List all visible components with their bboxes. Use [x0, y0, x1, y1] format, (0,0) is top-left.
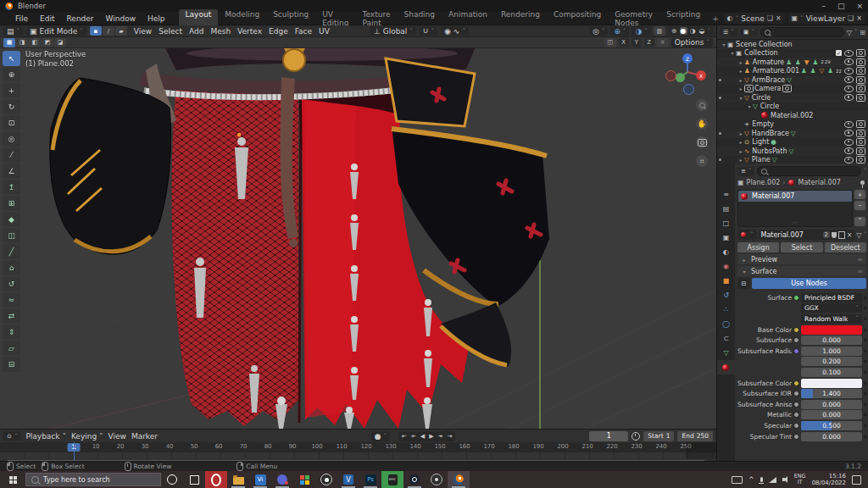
properties-tab-particles[interactable]: ∴	[717, 302, 735, 317]
expander-icon[interactable]: ▾	[721, 42, 727, 47]
tool-bevel[interactable]: ◆	[3, 212, 20, 227]
outliner-row-empty[interactable]: +Empty	[717, 120, 868, 130]
viewport-canvas[interactable]: User Perspective (1) Plane.002 ↖⊕+↻⊡◎⁄∠↥…	[0, 48, 716, 429]
copy-icon[interactable]	[838, 231, 845, 239]
properties-tab-tool[interactable]: ≡	[717, 187, 735, 202]
next-keyframe-button[interactable]: ↠	[437, 433, 445, 440]
language-indicator[interactable]: ENGIT	[794, 474, 806, 485]
add-slot-button[interactable]: ＋	[854, 190, 865, 199]
expander-icon[interactable]: ▸	[737, 148, 744, 154]
tool-inset-faces[interactable]: ⊞	[3, 196, 20, 211]
property-field[interactable]: GGX˅	[801, 303, 862, 313]
start-frame-field[interactable]: Start 1	[643, 431, 674, 441]
shading-rendered-button[interactable]: ◒	[698, 27, 706, 35]
decorator-dot[interactable]	[864, 329, 866, 331]
slot-specials-dropdown[interactable]: ˅	[854, 217, 865, 226]
taskbar-app-vegas[interactable]: Vi	[249, 471, 271, 488]
gizmos-dropdown[interactable]: ⊕˅	[610, 26, 629, 36]
taskbar-app-epic[interactable]: EPIC	[381, 471, 403, 488]
viewport-menu-uv[interactable]: UV	[315, 27, 333, 36]
properties-tab-world[interactable]: ◉	[717, 259, 735, 274]
vertex-select-button[interactable]: ▪	[90, 26, 102, 36]
unlink-scene-icon[interactable]: ×	[776, 14, 782, 22]
property-field[interactable]: 0.500	[801, 421, 862, 430]
filter-icon[interactable]: ▽	[847, 29, 852, 36]
menu-edit[interactable]: Edit	[35, 14, 59, 24]
editor-type-selector[interactable]: ▤˅	[3, 26, 23, 36]
hidden-icons-chevron[interactable]: ^	[748, 476, 754, 484]
navigation-gizmo[interactable]: Z X	[665, 52, 709, 96]
jump-to-end-button[interactable]: ⇥	[445, 433, 453, 440]
eye-icon[interactable]	[844, 58, 854, 65]
menu-file[interactable]: File	[10, 14, 33, 24]
properties-tab-physics[interactable]: ◯	[717, 317, 735, 331]
camera-render-icon[interactable]	[856, 76, 865, 84]
surface-panel-header[interactable]: ▾Surface≡	[737, 266, 866, 276]
expander-icon[interactable]: ▸	[737, 139, 744, 145]
outliner-row-handbrace[interactable]: ▸▽HandBrace▽	[717, 129, 868, 138]
material-slot-active[interactable]: Material.007	[738, 191, 852, 202]
transform-orientation-selector[interactable]: ⊥Global˅	[370, 26, 416, 36]
viewport-menu-view[interactable]: View	[131, 27, 155, 36]
properties-tab-output[interactable]: □	[717, 216, 735, 230]
eye-icon[interactable]	[844, 68, 854, 75]
tool-shear[interactable]: ▱	[3, 341, 20, 356]
decorator-dot[interactable]	[864, 297, 866, 299]
taskbar-app-obs[interactable]	[315, 471, 337, 488]
decorator-dot[interactable]	[864, 403, 866, 406]
taskbar-app-photoshop[interactable]: Ps	[359, 471, 381, 488]
taskbar-app-steam[interactable]	[403, 471, 426, 488]
viewport-menu-add[interactable]: Add	[186, 27, 207, 36]
tool-rotate[interactable]: ↻	[3, 99, 20, 114]
decorator-dot[interactable]	[864, 307, 866, 309]
shading-solid-button[interactable]: ●	[680, 27, 687, 35]
expander-icon[interactable]: ▸	[737, 157, 744, 163]
tool-scale[interactable]: ⊡	[3, 115, 20, 130]
remove-viewlayer-icon[interactable]: ×	[856, 14, 862, 22]
eye-icon[interactable]	[844, 130, 854, 136]
properties-tab-data[interactable]: ▽	[717, 346, 735, 360]
outliner-editor-selector[interactable]: ☰˅	[720, 28, 737, 36]
browse-material-dropdown[interactable]: ˅	[737, 230, 757, 240]
tool-edge-slide[interactable]: ⇄	[3, 308, 20, 324]
timeline-ruler[interactable]: 1 10203040506070809010011012013014015016…	[0, 442, 716, 452]
tool-poly-build[interactable]: ⌂	[3, 260, 20, 275]
viewport-menu-edge[interactable]: Edge	[265, 27, 292, 36]
shading-dropdown[interactable]: ˅	[708, 28, 711, 35]
property-field[interactable]: 0.100	[801, 368, 862, 377]
visibility-dropdown[interactable]: ◎˅	[589, 26, 608, 36]
zoom-icon[interactable]	[696, 99, 708, 111]
material-name-field[interactable]: Material.007 2 ×	[759, 230, 855, 240]
taskbar-app-explorer[interactable]	[227, 471, 249, 488]
eye-icon[interactable]	[844, 94, 854, 101]
viewport-menu-vertex[interactable]: Vertex	[234, 27, 265, 36]
property-field[interactable]: 1.400	[801, 389, 862, 398]
properties-tab-render[interactable]: ▤	[717, 202, 735, 216]
camera-render-icon[interactable]	[856, 49, 865, 57]
camera-render-icon[interactable]	[856, 138, 865, 146]
taskbar-app-blender[interactable]	[448, 471, 470, 488]
outliner-display-mode[interactable]: ▣˅	[740, 28, 758, 36]
taskbar-app-cortana[interactable]	[161, 471, 183, 488]
jump-to-start-button[interactable]: ⇤	[400, 433, 409, 440]
material-slot-list[interactable]: Material.007 ⋯	[737, 190, 853, 227]
new-collection-icon[interactable]: ⊞	[860, 29, 865, 36]
breadcrumb-object[interactable]: Plane.002	[747, 179, 781, 186]
property-field[interactable]: 0.000	[801, 400, 862, 409]
outliner-row-collection[interactable]: ▾▣Collection✓	[717, 49, 868, 58]
properties-options-icon[interactable]: ˅	[864, 168, 867, 175]
stopwatch-icon[interactable]	[632, 432, 640, 441]
decorator-dot[interactable]	[864, 318, 866, 320]
preview-panel-header[interactable]: ▸Preview≡	[737, 254, 866, 264]
expander-icon[interactable]: ▸	[737, 130, 744, 136]
expander-icon[interactable]: ▾	[746, 103, 753, 109]
decorator-dot[interactable]	[864, 413, 866, 416]
proportional-edit-toggle[interactable]: ◉∿˅	[441, 26, 469, 36]
volume-icon[interactable]	[782, 478, 785, 481]
tool-transform[interactable]: ◎	[3, 131, 20, 147]
pin-icon[interactable]	[860, 180, 865, 185]
play-reverse-button[interactable]: ◀	[419, 433, 426, 440]
outliner-row-camera[interactable]: ▸Camera	[717, 85, 868, 94]
options-dropdown[interactable]: Options˅	[671, 38, 713, 47]
expander-icon[interactable]: ▸	[737, 59, 744, 65]
